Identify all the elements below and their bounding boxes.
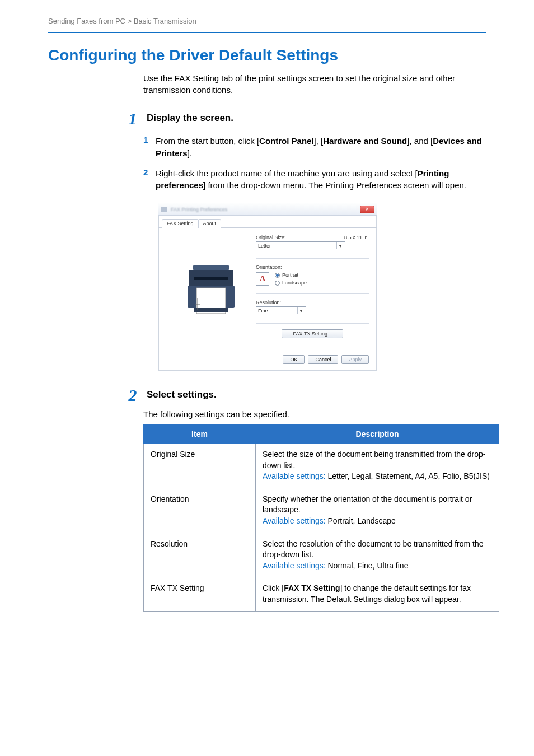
cell-item: FAX TX Setting — [144, 577, 256, 611]
available-label: Available settings: — [263, 472, 326, 480]
original-size-dimensions: 8.5 x 11 in. — [344, 235, 369, 240]
text: Select the resolution of the document to… — [263, 539, 484, 559]
cell-desc: Specify whether the orientation of the d… — [256, 488, 499, 533]
resolution-dropdown[interactable]: Fine ▾ — [256, 306, 306, 315]
close-button[interactable]: × — [360, 206, 374, 213]
kw-hardware-sound: Hardware and Sound — [323, 136, 407, 146]
table-row: FAX TX Setting Click [FAX TX Setting] to… — [144, 577, 499, 611]
fax-tx-setting-button[interactable]: FAX TX Setting... — [282, 329, 343, 338]
cell-desc: Click [FAX TX Setting] to change the def… — [256, 577, 499, 611]
dialog-button-row: OK Cancel Apply — [158, 351, 377, 371]
table-header-row: Item Description — [144, 425, 499, 444]
text: ], and [ — [407, 136, 433, 146]
kw-fax-tx-setting: FAX TX Setting — [284, 584, 340, 592]
cell-item: Original Size — [144, 444, 256, 488]
text: ] from the drop-down menu. The Printing … — [203, 180, 466, 190]
cell-item: Orientation — [144, 488, 256, 533]
label-resolution: Resolution: — [256, 300, 369, 305]
label-orientation: Orientation: — [256, 264, 369, 270]
step-1: 1 Display the screen. — [48, 110, 486, 127]
dialog-tabs: FAX Setting About — [158, 216, 377, 228]
substep-1-2: 2 Right-click the product name of the ma… — [143, 167, 486, 192]
available-values: Portrait, Landscape — [326, 516, 396, 525]
step-2-body: The following settings can be specified. — [143, 409, 486, 419]
col-item: Item — [144, 425, 256, 444]
text: Right-click the product name of the mach… — [156, 169, 418, 178]
kw-control-panel: Control Panel — [259, 136, 314, 146]
step-2: 2 Select settings. — [48, 387, 486, 404]
text: ]. — [188, 148, 192, 158]
printing-preferences-dialog: FAX Printing Preferences × FAX Setting A… — [158, 203, 377, 371]
table-row: Resolution Select the resolution of the … — [144, 533, 499, 577]
cell-desc: Select the resolution of the document to… — [256, 533, 499, 577]
step-1-number: 1 — [123, 110, 142, 127]
page-title: Configuring the Driver Default Settings — [48, 46, 486, 64]
svg-rect-5 — [194, 308, 228, 312]
radio-portrait-label: Portrait — [282, 272, 298, 278]
intro-text: Use the FAX Setting tab of the print set… — [143, 72, 486, 96]
row-original-size: Original Size: 8.5 x 11 in. Letter ▾ — [256, 235, 369, 250]
breadcrumb: Sending Faxes from PC > Basic Transmissi… — [48, 17, 486, 25]
step-2-number: 2 — [123, 387, 142, 404]
printer-icon — [177, 254, 245, 327]
cell-desc: Select the size of the document being tr… — [256, 444, 499, 488]
col-description: Description — [256, 425, 499, 444]
divider — [256, 323, 369, 324]
window-icon — [161, 207, 167, 212]
page: Sending Faxes from PC > Basic Transmissi… — [0, 0, 534, 756]
tab-fax-setting[interactable]: FAX Setting — [162, 219, 199, 228]
available-label: Available settings: — [263, 516, 326, 525]
text: Click [ — [263, 584, 284, 592]
dialog-title: FAX Printing Preferences — [171, 207, 227, 212]
substep-1-1: 1 From the start button, click [Control … — [143, 135, 486, 160]
dialog-controls: Original Size: 8.5 x 11 in. Letter ▾ Ori… — [256, 235, 369, 346]
radio-landscape[interactable]: Landscape — [275, 280, 307, 286]
divider-top — [48, 32, 486, 33]
text: Select the size of the document being tr… — [263, 450, 485, 470]
tab-about[interactable]: About — [198, 219, 222, 228]
radio-icon — [275, 281, 280, 286]
dialog-preview-pane — [166, 235, 256, 346]
dialog-screenshot: FAX Printing Preferences × FAX Setting A… — [158, 203, 486, 371]
radio-icon — [275, 273, 280, 278]
text: Specify whether the orientation of the d… — [263, 494, 472, 515]
substep-1-2-text: Right-click the product name of the mach… — [156, 167, 486, 192]
dialog-body: Original Size: 8.5 x 11 in. Letter ▾ Ori… — [158, 228, 377, 351]
svg-rect-2 — [194, 277, 228, 280]
chevron-down-icon: ▾ — [297, 307, 304, 314]
cell-item: Resolution — [144, 533, 256, 577]
substep-1-2-number: 2 — [143, 167, 156, 177]
dialog-titlebar: FAX Printing Preferences × — [158, 203, 377, 216]
radio-portrait[interactable]: Portrait — [275, 272, 307, 278]
step-1-substeps: 1 From the start button, click [Control … — [143, 135, 486, 192]
text: From the start button, click [ — [156, 136, 259, 146]
ok-button[interactable]: OK — [283, 355, 305, 364]
apply-button[interactable]: Apply — [341, 355, 369, 364]
step-1-heading: Display the screen. — [147, 113, 233, 124]
row-faxtx: FAX TX Setting... — [256, 329, 369, 338]
original-size-value: Letter — [258, 243, 271, 249]
svg-rect-1 — [193, 265, 229, 270]
cancel-button[interactable]: Cancel — [308, 355, 338, 364]
divider — [256, 293, 369, 294]
row-resolution: Resolution: Fine ▾ — [256, 300, 369, 315]
substep-1-1-number: 1 — [143, 135, 156, 144]
orientation-preview-icon: A — [256, 272, 269, 286]
chevron-down-icon: ▾ — [336, 242, 343, 249]
settings-table: Item Description Original Size Select th… — [143, 424, 499, 612]
radio-landscape-label: Landscape — [282, 280, 307, 286]
row-orientation: Orientation: A Portrait Landscape — [256, 264, 369, 286]
label-original-size: Original Size: — [256, 235, 286, 240]
divider — [256, 258, 369, 259]
step-2-heading: Select settings. — [147, 389, 217, 400]
resolution-value: Fine — [258, 308, 268, 314]
available-values: Normal, Fine, Ultra fine — [326, 561, 409, 570]
substep-1-1-text: From the start button, click [Control Pa… — [156, 135, 486, 160]
text: ], [ — [314, 136, 324, 146]
table-row: Original Size Select the size of the doc… — [144, 444, 499, 488]
available-label: Available settings: — [263, 561, 326, 570]
available-values: Letter, Legal, Statement, A4, A5, Folio,… — [326, 472, 490, 480]
original-size-dropdown[interactable]: Letter ▾ — [256, 241, 345, 250]
table-row: Orientation Specify whether the orientat… — [144, 488, 499, 533]
